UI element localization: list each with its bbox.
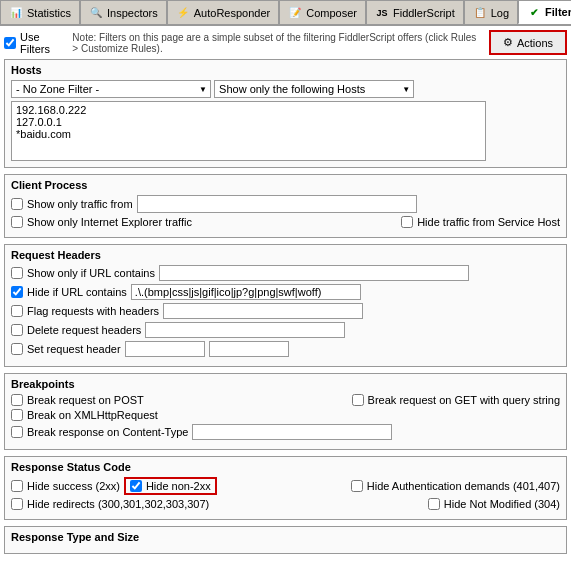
response-status-title: Response Status Code xyxy=(11,461,560,473)
break-post-checkbox[interactable] xyxy=(11,394,23,406)
hide-non2xx-box: Hide non-2xx xyxy=(124,477,217,495)
tab-filters[interactable]: ✔ Filters xyxy=(518,0,571,24)
delete-headers-input[interactable] xyxy=(145,322,345,338)
inspectors-icon: 🔍 xyxy=(89,6,103,20)
set-header-name-input[interactable] xyxy=(125,341,205,357)
break-post-get-row: Break request on POST Break request on G… xyxy=(11,394,560,406)
delete-headers-checkbox[interactable] xyxy=(11,324,23,336)
request-headers-title: Request Headers xyxy=(11,249,560,261)
use-filters-label[interactable]: Use Filters xyxy=(4,31,60,55)
hide-success-auth-row: Hide success (2xx) Hide non-2xx Hide Aut… xyxy=(11,477,560,495)
hide-success-checkbox[interactable] xyxy=(11,480,23,492)
break-xml-checkbox[interactable] xyxy=(11,409,23,421)
request-headers-section: Request Headers Show only if URL contain… xyxy=(4,244,567,367)
hosts-title: Hosts xyxy=(11,64,560,76)
flag-headers-row: Flag requests with headers xyxy=(11,303,560,319)
breakpoints-title: Breakpoints xyxy=(11,378,560,390)
break-response-input[interactable] xyxy=(192,424,392,440)
actions-button[interactable]: ⚙ Actions xyxy=(489,30,567,55)
client-process-section: Client Process Show only traffic from Sh… xyxy=(4,174,567,238)
hosts-filter-wrapper[interactable]: Show only the following HostsHide the fo… xyxy=(214,80,414,98)
tab-inspectors[interactable]: 🔍 Inspectors xyxy=(80,0,167,24)
hide-not-modified-checkbox[interactable] xyxy=(428,498,440,510)
host-item: *baidu.com xyxy=(16,128,481,140)
delete-headers-row: Delete request headers xyxy=(11,322,560,338)
filter-note: Note: Filters on this page are a simple … xyxy=(72,32,481,54)
show-ie-checkbox[interactable] xyxy=(11,216,23,228)
use-filters-checkbox[interactable] xyxy=(4,37,16,49)
tab-fiddlerscript[interactable]: JS FiddlerScript xyxy=(366,0,464,24)
action-bar: Use Filters Note: Filters on this page a… xyxy=(4,30,567,55)
hide-service-checkbox[interactable] xyxy=(401,216,413,228)
hide-redirects-modified-row: Hide redirects (300,301,302,303,307) Hid… xyxy=(11,498,560,510)
break-get-checkbox[interactable] xyxy=(352,394,364,406)
break-xml-row: Break on XMLHttpRequest xyxy=(11,409,560,421)
hosts-list[interactable]: 192.168.0.222 127.0.0.1 *baidu.com xyxy=(11,101,486,161)
show-url-checkbox[interactable] xyxy=(11,267,23,279)
hide-non2xx-checkbox[interactable] xyxy=(130,480,142,492)
response-type-title: Response Type and Size xyxy=(11,531,560,543)
hosts-section: Hosts - No Zone Filter -Show only Intran… xyxy=(4,59,567,168)
set-header-value-input[interactable] xyxy=(209,341,289,357)
tab-bar: 📊 Statistics 🔍 Inspectors ⚡ AutoResponde… xyxy=(0,0,571,26)
log-icon: 📋 xyxy=(473,6,487,20)
statistics-icon: 📊 xyxy=(9,6,23,20)
hide-url-row: Hide if URL contains xyxy=(11,284,560,300)
breakpoints-section: Breakpoints Break request on POST Break … xyxy=(4,373,567,450)
actions-icon: ⚙ xyxy=(503,36,513,49)
tab-composer[interactable]: 📝 Composer xyxy=(279,0,366,24)
zone-filter-wrapper[interactable]: - No Zone Filter -Show only Intranet Hos… xyxy=(11,80,211,98)
set-header-checkbox[interactable] xyxy=(11,343,23,355)
break-response-checkbox[interactable] xyxy=(11,426,23,438)
show-traffic-row: Show only traffic from xyxy=(11,195,560,213)
hide-auth-checkbox[interactable] xyxy=(351,480,363,492)
response-status-section: Response Status Code Hide success (2xx) … xyxy=(4,456,567,520)
traffic-process-dropdown[interactable] xyxy=(137,195,417,213)
host-item: 192.168.0.222 xyxy=(16,104,481,116)
break-response-row: Break response on Content-Type xyxy=(11,424,560,440)
response-type-section: Response Type and Size xyxy=(4,526,567,554)
ie-traffic-row: Show only Internet Explorer traffic Hide… xyxy=(11,216,560,228)
filters-icon: ✔ xyxy=(527,5,541,19)
host-item: 127.0.0.1 xyxy=(16,116,481,128)
hide-redirects-checkbox[interactable] xyxy=(11,498,23,510)
fiddlerscript-icon: JS xyxy=(375,6,389,20)
zone-filter-dropdown[interactable]: - No Zone Filter -Show only Intranet Hos… xyxy=(11,80,211,98)
client-process-title: Client Process xyxy=(11,179,560,191)
hosts-filter-dropdown[interactable]: Show only the following HostsHide the fo… xyxy=(214,80,414,98)
composer-icon: 📝 xyxy=(288,6,302,20)
autoresponder-icon: ⚡ xyxy=(176,6,190,20)
show-url-input[interactable] xyxy=(159,265,469,281)
tab-autoresponder[interactable]: ⚡ AutoResponder xyxy=(167,0,279,24)
flag-headers-checkbox[interactable] xyxy=(11,305,23,317)
show-traffic-checkbox[interactable] xyxy=(11,198,23,210)
tab-log[interactable]: 📋 Log xyxy=(464,0,518,24)
main-content: Use Filters Note: Filters on this page a… xyxy=(0,26,571,580)
flag-headers-input[interactable] xyxy=(163,303,363,319)
hide-url-checkbox[interactable] xyxy=(11,286,23,298)
tab-statistics[interactable]: 📊 Statistics xyxy=(0,0,80,24)
hide-url-input[interactable] xyxy=(131,284,361,300)
set-header-row: Set request header xyxy=(11,341,560,357)
show-url-row: Show only if URL contains xyxy=(11,265,560,281)
